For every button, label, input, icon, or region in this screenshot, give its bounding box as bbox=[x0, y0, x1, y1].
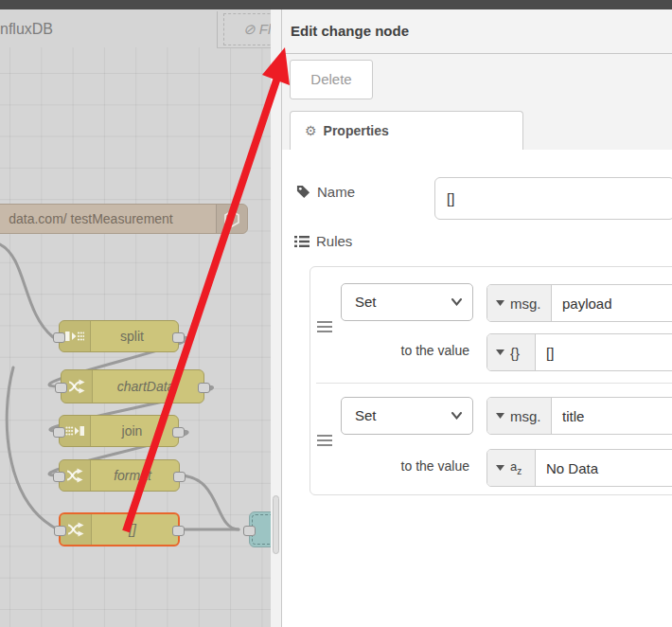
edit-tray-tabbar: ⚙ Properties bbox=[282, 111, 672, 151]
msg-prefix-label: msg. bbox=[510, 296, 541, 312]
edit-tray-body: Name Rules Set bbox=[282, 150, 672, 627]
node-label: join bbox=[90, 416, 174, 446]
chevron-down-icon bbox=[451, 412, 462, 420]
json-type-icon: {} bbox=[510, 345, 520, 361]
node-split[interactable]: split bbox=[59, 320, 179, 352]
node-input-port[interactable] bbox=[243, 526, 256, 536]
rule2-value-type-string[interactable]: az bbox=[487, 450, 536, 486]
node-label: chartData bbox=[92, 370, 200, 403]
tab-properties-label: Properties bbox=[324, 123, 389, 138]
name-field-row: Name bbox=[296, 184, 355, 200]
rule1-property-type[interactable]: msg. bbox=[487, 285, 552, 321]
chevron-down-icon bbox=[451, 298, 462, 306]
msg-prefix-label: msg. bbox=[510, 408, 541, 424]
rule1-value-input[interactable]: {} [] bbox=[486, 333, 672, 371]
rule1-action-value: Set bbox=[355, 294, 377, 310]
edit-tray-title: Edit change node bbox=[291, 23, 409, 39]
node-output-port[interactable] bbox=[172, 526, 185, 536]
delete-button[interactable]: Delete bbox=[290, 60, 373, 99]
node-influxdb-out[interactable]: data.com/ testMeasurement bbox=[0, 204, 248, 234]
rules-section-label: Rules bbox=[294, 233, 352, 249]
node-chartData[interactable]: chartData bbox=[61, 369, 204, 403]
rule2-action-select[interactable]: Set bbox=[341, 397, 473, 435]
rule1-to-label: to the value bbox=[388, 343, 469, 358]
name-input[interactable] bbox=[434, 177, 672, 220]
influx-icon bbox=[216, 205, 247, 233]
node-label: data.com/ testMeasurement bbox=[0, 205, 213, 233]
node-output-port[interactable] bbox=[172, 332, 185, 343]
node-chart[interactable] bbox=[249, 511, 271, 547]
rule2-action-value: Set bbox=[355, 407, 377, 423]
rule2-value-input[interactable]: az No Data bbox=[486, 449, 672, 487]
rule2-property-type[interactable]: msg. bbox=[487, 398, 552, 434]
rule-separator bbox=[316, 383, 672, 384]
edit-tray: Edit change node Delete ⚙ Properties Nam… bbox=[281, 9, 672, 627]
rules-label: Rules bbox=[316, 233, 352, 249]
flow-canvas[interactable]: nfluxDB ⊘ Fl data.com/ testMeasurement s… bbox=[0, 9, 271, 627]
edit-tray-header: Edit change node bbox=[282, 9, 672, 54]
node-label: split bbox=[90, 321, 174, 351]
edit-tray-toolbar: Delete bbox=[282, 54, 672, 111]
node-format[interactable]: format bbox=[59, 459, 180, 492]
caret-down-icon bbox=[496, 300, 504, 306]
rule1-action-select[interactable]: Set bbox=[341, 283, 473, 321]
node-empty-array[interactable]: [] bbox=[59, 512, 180, 546]
window-top-bar bbox=[0, 0, 672, 9]
drag-handle-icon[interactable] bbox=[317, 434, 332, 447]
gear-icon: ⚙ bbox=[305, 124, 317, 137]
rule2-value: No Data bbox=[536, 450, 598, 486]
drag-handle-icon[interactable] bbox=[317, 320, 332, 333]
wire[interactable] bbox=[0, 244, 53, 337]
rule1-property-input[interactable]: msg. payload bbox=[486, 284, 672, 322]
rule2-property-value: title bbox=[552, 398, 584, 434]
canvas-scrollbar-track[interactable] bbox=[271, 9, 281, 627]
node-output-port[interactable] bbox=[172, 427, 185, 438]
string-type-icon: az bbox=[510, 460, 522, 476]
node-output-port[interactable] bbox=[173, 472, 186, 482]
node-output-port[interactable] bbox=[198, 383, 210, 393]
node-input-port[interactable] bbox=[53, 472, 65, 482]
node-label: format bbox=[90, 460, 175, 491]
canvas-scrollbar-thumb[interactable] bbox=[273, 495, 279, 554]
wire[interactable] bbox=[7, 367, 58, 529]
tag-icon bbox=[296, 185, 310, 199]
node-red-window: { "icons": { "gear": "⚙" }, "canvas": { … bbox=[0, 0, 672, 627]
node-input-port[interactable] bbox=[54, 526, 66, 536]
list-icon bbox=[294, 235, 309, 248]
node-input-port[interactable] bbox=[53, 427, 65, 438]
rule1-value-type-json[interactable]: {} bbox=[487, 334, 536, 370]
rules-list: Set msg. payload to the value bbox=[309, 266, 672, 495]
caret-down-icon bbox=[496, 465, 504, 471]
rule2-property-input[interactable]: msg. title bbox=[486, 397, 672, 435]
caret-down-icon bbox=[496, 413, 504, 419]
name-label: Name bbox=[317, 184, 355, 200]
rule1-value: [] bbox=[536, 334, 554, 370]
tab-properties[interactable]: ⚙ Properties bbox=[290, 111, 523, 150]
caret-down-icon bbox=[496, 349, 504, 355]
node-input-port[interactable] bbox=[55, 383, 67, 393]
node-join[interactable]: join bbox=[59, 415, 179, 447]
wire[interactable] bbox=[179, 475, 239, 529]
rule1-property-value: payload bbox=[552, 285, 612, 321]
node-label: [] bbox=[91, 514, 174, 545]
rule2-to-label: to the value bbox=[388, 458, 469, 474]
node-input-port[interactable] bbox=[53, 332, 65, 343]
